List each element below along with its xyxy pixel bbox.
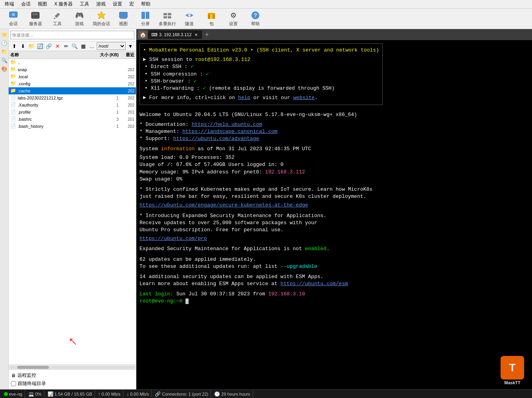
svg-rect-13 xyxy=(168,13,171,15)
file-date: 202 xyxy=(119,96,134,100)
svg-rect-2 xyxy=(31,12,39,18)
file-item[interactable]: 📁 .cache 202 xyxy=(9,87,136,94)
toolbar-server[interactable]: 服务器 xyxy=(25,10,46,28)
file-size: 1 xyxy=(99,124,119,129)
upload-icon: ↑ xyxy=(98,391,101,397)
link-btn[interactable]: 🔗 xyxy=(45,42,53,50)
status-connections: 🔗 Connections: 1 (port 22) xyxy=(152,390,211,398)
file-item[interactable]: 📁 .local 202 xyxy=(9,73,136,80)
terminal-tab-main[interactable]: ⌨ 3. 192.168.3.112 ✕ xyxy=(148,30,202,39)
toolbar-tunnel[interactable]: 隧道 xyxy=(179,10,200,28)
menu-settings[interactable]: 设置 xyxy=(110,0,125,8)
col-date: 最近 xyxy=(119,52,134,58)
file-date: 202 xyxy=(119,124,134,129)
menu-tools[interactable]: 工具 xyxy=(77,0,92,8)
toolbar-help[interactable]: ? 帮助 xyxy=(245,10,266,28)
file-list-header: 名称 大小 (KB) 最近 xyxy=(9,51,136,59)
file-item[interactable]: 📄 .profile 1 201 xyxy=(9,109,136,116)
file-item[interactable]: 📄 .bash_history 1 202 xyxy=(9,123,136,130)
terminal-content[interactable]: • MobaXterm Personal Edition v23.0 • (SS… xyxy=(136,40,532,389)
new-tab-btn[interactable]: + xyxy=(203,30,211,39)
toolbar-package[interactable]: 包 xyxy=(201,10,222,28)
file-name: .local xyxy=(18,74,99,79)
path-select[interactable]: /root/ xyxy=(97,42,126,50)
file-item[interactable]: 📁 .config 202 xyxy=(9,80,136,87)
path-dropdown[interactable]: ▼ xyxy=(127,42,134,50)
upload-value: 0.00 Mb/s xyxy=(102,392,121,396)
menu-help[interactable]: 帮助 xyxy=(138,0,154,8)
split-icon xyxy=(141,11,150,20)
k8s-line2: just raised the bar for easy, resilient … xyxy=(139,193,529,200)
upload-btn[interactable]: ⬆ xyxy=(10,42,18,50)
file-size: 3 xyxy=(99,117,119,122)
svg-rect-12 xyxy=(163,13,167,15)
remote-monitor-btn[interactable]: 🖥 远程监控 xyxy=(10,371,134,380)
session-icon xyxy=(9,11,18,20)
file-icon: 📁 xyxy=(10,81,17,87)
sidebar-scrollbar[interactable] xyxy=(9,365,136,369)
banner-line1: • MobaXterm Personal Edition v23.0 • (SS… xyxy=(143,47,379,53)
welcome-line: Welcome to Ubuntu 20.04.5 LTS (GNU/Linux… xyxy=(139,111,529,118)
watermark-letter: T xyxy=(501,356,524,380)
home-tab[interactable]: 🏠 xyxy=(138,30,147,39)
more-btn[interactable]: … xyxy=(88,42,96,50)
toolbar-tools[interactable]: 工具 xyxy=(47,10,68,28)
direct-ssh: • Direct SSH : ✓ xyxy=(145,63,379,70)
cpu-value: 0% xyxy=(35,392,42,396)
file-item[interactable]: 📄 .bashrc 3 201 xyxy=(9,116,136,123)
quick-connect-input[interactable] xyxy=(10,31,134,39)
toolbar-settings[interactable]: ⚙ 设置 xyxy=(223,10,244,28)
follow-dir[interactable]: 跟随终端目录 xyxy=(10,380,134,388)
esm-service-line: Learn more about enabling ESM Apps servi… xyxy=(139,280,529,287)
toolbar-split[interactable]: 分屏 xyxy=(135,10,156,28)
toolbar-mysession[interactable]: 我的会话 xyxy=(91,10,112,28)
delete-btn[interactable]: ✕ xyxy=(53,42,61,50)
upgradable-line: To see these additional updates run: apt… xyxy=(139,263,529,270)
filter-btn[interactable]: 🔍 xyxy=(71,42,79,50)
svg-rect-8 xyxy=(119,12,127,18)
view-icon xyxy=(119,11,128,20)
newdir-btn[interactable]: 📁 xyxy=(28,42,35,50)
file-name: .bash_history xyxy=(18,124,99,129)
follow-dir-checkbox[interactable] xyxy=(11,381,16,386)
menu-terminal[interactable]: 终端 xyxy=(2,0,17,8)
tab-icon: ⌨ xyxy=(151,32,158,37)
menu-macro[interactable]: 宏 xyxy=(126,0,137,8)
menu-session[interactable]: 会话 xyxy=(18,0,34,8)
file-item[interactable]: 📁 .. xyxy=(9,59,136,66)
bookmark-icon[interactable]: ⭐ xyxy=(1,31,8,38)
file-item[interactable]: 📄 .Xauthority 1 202 xyxy=(9,101,136,109)
toolbar-view[interactable]: 视图 xyxy=(113,10,134,28)
menu-games[interactable]: 游戏 xyxy=(93,0,109,8)
search-icon-left[interactable]: 🔍 xyxy=(1,57,8,64)
download-value: 0.00 Mb/s xyxy=(130,392,149,396)
menu-xserver[interactable]: X 服务器 xyxy=(51,0,76,8)
toolbar-multiexec[interactable]: 多重执行 xyxy=(157,10,178,28)
multiexec-label: 多重执行 xyxy=(159,21,176,27)
menu-view[interactable]: 视图 xyxy=(35,0,50,8)
file-item[interactable]: 📄 labs-202302221212.tgz 1 202 xyxy=(9,94,136,101)
file-name: .config xyxy=(18,81,99,86)
history-icon[interactable]: 🕐 xyxy=(1,39,8,46)
view-label: 视图 xyxy=(119,21,128,27)
svg-point-3 xyxy=(33,13,34,15)
file-item[interactable]: 📁 snap 202 xyxy=(9,66,136,73)
svg-rect-19 xyxy=(208,13,215,14)
download-btn[interactable]: ⬇ xyxy=(19,42,27,50)
refresh-btn[interactable]: 🔄 xyxy=(36,42,44,50)
esm-disabled-line: Expanded Security Maintenance for Applic… xyxy=(139,245,529,252)
download-icon: ↓ xyxy=(127,391,129,397)
tab-close-btn[interactable]: ✕ xyxy=(193,32,199,37)
tunnel-label: 隧道 xyxy=(185,21,194,27)
updates-line: 62 updates can be applied immediately. xyxy=(139,256,529,263)
hscroll-track[interactable] xyxy=(9,366,135,369)
svg-marker-7 xyxy=(97,11,105,19)
hscroll-thumb[interactable] xyxy=(17,366,49,369)
paint-icon[interactable]: 🎨 xyxy=(1,65,8,72)
toolbar-session[interactable]: 会话 xyxy=(3,10,24,28)
toolbar-games[interactable]: 🎮 游戏 xyxy=(69,10,90,28)
view-btn[interactable]: ▦ xyxy=(79,42,87,50)
rename-btn[interactable]: ✏ xyxy=(62,42,70,50)
folder-icon[interactable]: 📁 xyxy=(1,48,8,55)
multiexec-icon xyxy=(163,11,172,20)
